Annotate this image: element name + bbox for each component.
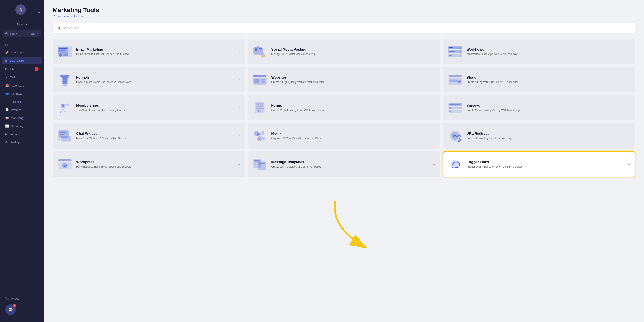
sidebar-item-phone[interactable]: 📞 Phone — [2, 295, 42, 302]
sidebar-item-contacts[interactable]: 👥 Contacts — [2, 90, 42, 98]
card-blogs[interactable]: Blogs Create A Blog With Our Powerful Po… — [443, 67, 635, 92]
sidebar-item-dashboard[interactable]: ⊞ Dashboard — [2, 57, 42, 64]
hamburger-icon[interactable]: ≡ — [38, 10, 40, 14]
svg-rect-17 — [449, 55, 452, 56]
svg-point-65 — [61, 160, 62, 161]
avatar: A — [15, 4, 26, 15]
sidebar-search[interactable]: 🔍 Search ⌘K ✦ — [3, 30, 41, 37]
app-section-label: APP — [0, 42, 44, 48]
surveys-arrow: → — [627, 106, 631, 110]
svg-point-8 — [260, 47, 262, 50]
sidebar-item-invoices[interactable]: 📄 Invoices — [2, 106, 42, 114]
blogs-icon — [447, 72, 463, 88]
sidebar-item-calendars[interactable]: 📅 Calendars — [2, 82, 42, 89]
blogs-content: Blogs Create A Blog With Our Powerful Po… — [466, 76, 624, 84]
memberships-desc: Turn Your Knowledge Into Training Course… — [76, 108, 234, 112]
card-surveys[interactable]: Surveys Create Great Looking Survey With… — [443, 95, 635, 120]
invoices-icon: 📄 — [5, 108, 9, 112]
sidebar-item-launchpad[interactable]: 🚀 Launchpad — [2, 49, 42, 56]
message-templates-content: Message Templates Create text messages a… — [271, 160, 428, 169]
wordpress-icon: W — [57, 156, 73, 172]
sidebar-item-pipeline[interactable]: ⋮⋮ Pipeline — [2, 98, 42, 106]
search-icon: 🔍 — [5, 32, 8, 35]
svg-point-33 — [66, 104, 69, 106]
svg-rect-31 — [450, 81, 459, 82]
svg-rect-75 — [259, 163, 265, 164]
tools-grid: Email Marketing Deliver Emails That Get … — [52, 39, 635, 178]
svg-rect-19 — [63, 85, 67, 86]
surveys-desc: Create Great Looking Survey With No Codi… — [466, 108, 624, 112]
calendars-icon: 📅 — [5, 84, 9, 87]
card-websites[interactable]: Websites Create A High Quality Website W… — [248, 67, 440, 92]
forms-desc: Create Great Looking Forms With No Codin… — [271, 108, 428, 112]
sidebar-item-youtube[interactable]: ▶ Youtube — [2, 130, 42, 138]
card-url-redirect[interactable]: www URL Redirect Domain forwarding for a… — [443, 123, 635, 148]
workflows-content: Workflows Automation That Helps Your Bus… — [466, 48, 624, 56]
workflows-desc: Automation That Helps Your Business Scal… — [466, 52, 624, 56]
card-workflows[interactable]: Workflows Automation That Helps Your Bus… — [443, 39, 635, 64]
card-wordpress[interactable]: W Wordpress Fully managed hosting with s… — [52, 151, 245, 178]
inbox-icon: ✉ — [5, 68, 8, 71]
svg-rect-49 — [61, 136, 72, 142]
pipeline-icon: ⋮⋮ — [5, 100, 11, 104]
wordpress-title: Wordpress — [76, 160, 234, 164]
surveys-title: Surveys — [466, 104, 624, 108]
surveys-content: Surveys Create Great Looking Survey With… — [466, 104, 624, 112]
chat-widget-content: Chat Widget Make Your Website A Conversa… — [76, 132, 234, 140]
card-forms[interactable]: Forms Create Great Looking Forms With No… — [248, 95, 440, 120]
chat-widget-desc: Make Your Website A Conversation Starter — [76, 136, 234, 140]
websites-arrow: → — [432, 78, 436, 82]
svg-text:W: W — [64, 164, 67, 167]
demo-dropdown[interactable]: Demo ▾ — [0, 23, 44, 26]
trigger-links-content: Trigger Links Trigger events based on wh… — [467, 160, 624, 169]
svg-text:www: www — [453, 134, 461, 138]
workflows-icon — [447, 44, 463, 60]
funnels-desc: Convert More Traffic And Increase Conver… — [76, 80, 234, 84]
message-templates-arrow: → — [432, 162, 436, 166]
card-funnels[interactable]: Funnels Convert More Traffic And Increas… — [52, 67, 245, 92]
websites-desc: Create A High Quality Website Without Li… — [271, 80, 428, 84]
card-trigger-links[interactable]: Trigger Links Trigger events based on wh… — [443, 151, 635, 178]
websites-content: Websites Create A High Quality Website W… — [271, 76, 428, 84]
card-email-marketing[interactable]: Email Marketing Deliver Emails That Get … — [52, 39, 245, 64]
sidebar-item-settings[interactable]: ⚙ Settings — [2, 138, 42, 146]
forms-icon — [252, 100, 268, 116]
sidebar-item-marketing[interactable]: 📢 Marketing — [2, 114, 42, 122]
trigger-links-icon — [448, 156, 464, 172]
card-message-templates[interactable]: Message Templates Create text messages a… — [248, 151, 440, 178]
chat-button[interactable]: 💬 1 — [5, 304, 16, 315]
media-icon — [252, 128, 268, 144]
card-chat-widget[interactable]: Chat Widget Make Your Website A Conversa… — [52, 123, 245, 148]
svg-rect-36 — [256, 104, 264, 104]
svg-rect-5 — [63, 54, 68, 56]
modal-title: Marketing Tools — [52, 6, 635, 14]
sidebar-item-reporting[interactable]: 📊 Reporting — [2, 122, 42, 130]
card-media[interactable]: Media Organize All Your Digital Files In… — [248, 123, 440, 148]
blogs-title: Blogs — [466, 76, 624, 80]
youtube-icon: ▶ — [5, 132, 8, 136]
websites-title: Websites — [271, 76, 428, 80]
card-social-media-posting[interactable]: 👍 Social Media Posting Manage Your Socia… — [248, 39, 440, 64]
tasks-icon: ✓ — [5, 76, 8, 79]
card-memberships[interactable]: Memberships Turn Your Knowledge Into Tra… — [52, 95, 245, 120]
chat-widget-arrow: → — [237, 134, 240, 138]
modal-subtitle[interactable]: Choose your selection — [52, 14, 635, 18]
svg-point-80 — [452, 162, 454, 164]
chat-widget-title: Chat Widget — [76, 132, 234, 136]
media-title: Media — [271, 132, 428, 136]
workflows-arrow: → — [627, 50, 631, 54]
sidebar-item-inbox[interactable]: ✉ Inbox 8 — [2, 65, 42, 73]
trigger-links-title: Trigger Links — [467, 160, 624, 164]
trigger-links-arrow: → — [627, 162, 630, 166]
inbox-badge: 8 — [34, 67, 38, 71]
svg-point-4 — [60, 54, 62, 57]
media-arrow: → — [432, 134, 436, 138]
email-marketing-desc: Deliver Emails That Get Opened And Click… — [76, 52, 234, 56]
demo-label: Demo — [17, 23, 24, 26]
email-marketing-title: Email Marketing — [76, 48, 234, 52]
sidebar-item-tasks[interactable]: ✓ Tasks — [2, 74, 42, 81]
chat-widget-icon — [57, 128, 73, 144]
trigger-links-desc: Trigger events based on when the link is… — [467, 165, 624, 169]
svg-rect-48 — [60, 134, 64, 135]
search-bar[interactable]: 🔍 Search Menu — [52, 23, 635, 33]
